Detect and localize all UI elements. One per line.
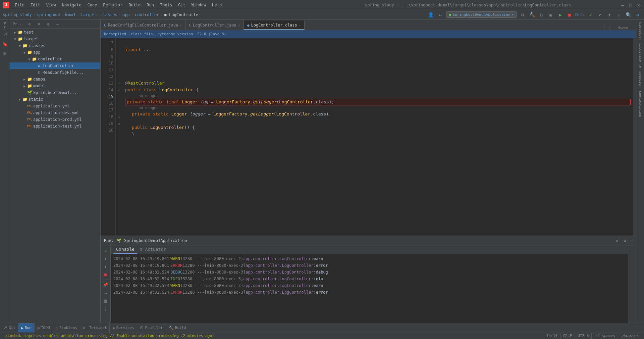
run-scroll-up-button[interactable]: ↑: [102, 255, 109, 262]
git-check1-icon[interactable]: ✓: [587, 11, 594, 18]
tree-item-app[interactable]: ▼ 📁 app: [10, 49, 100, 56]
bookmarks-icon[interactable]: 🔖: [1, 40, 9, 48]
breadcrumb-controller[interactable]: controller: [135, 12, 159, 17]
tab-logcontroller-java[interactable]: C LogController.java ✕: [185, 20, 244, 30]
bottom-tab-profiler[interactable]: ⏱ Profiler: [137, 323, 166, 333]
run-config-selector[interactable]: ● SpringbootDemo1Application ▾: [446, 11, 517, 18]
tab-readconfig[interactable]: C ReadConfigFileController.java ✕: [101, 20, 185, 30]
status-warning[interactable]: ⚠ Lombok requires enabled annotation pro…: [3, 333, 217, 339]
build-button[interactable]: 🔨: [528, 11, 536, 18]
run-panel-close[interactable]: ✕: [616, 238, 618, 243]
maximize-button[interactable]: □: [628, 2, 633, 8]
back-icon[interactable]: ←: [437, 11, 444, 18]
menu-run[interactable]: Run: [144, 2, 157, 8]
bottom-tab-build[interactable]: 🔨 Build: [166, 323, 189, 333]
git-check2-icon[interactable]: ✓: [596, 11, 604, 18]
breadcrumb-target[interactable]: target: [81, 12, 95, 17]
bottom-tab-services[interactable]: ◈ Services: [110, 323, 137, 333]
tree-item-logcontroller[interactable]: ● LogController: [10, 62, 100, 69]
bottom-tab-problems[interactable]: ⚠ Problems: [53, 323, 80, 333]
code-scrollbar[interactable]: [633, 38, 636, 236]
run-scroll-down-button[interactable]: ↓: [102, 263, 109, 270]
maven-panel-label[interactable]: Maven: [609, 26, 636, 30]
run-clear-button[interactable]: 🗑: [102, 297, 109, 305]
bottom-tab-run[interactable]: ▶ Run: [18, 323, 35, 333]
console-tab[interactable]: Console: [113, 245, 137, 254]
menu-navigate[interactable]: Navigate: [59, 2, 84, 8]
menu-edit[interactable]: Edit: [28, 2, 43, 8]
tabs-overflow-button[interactable]: ⋮: [599, 25, 609, 30]
stop-button[interactable]: ■: [566, 11, 573, 18]
commit-icon[interactable]: ⎇: [1, 30, 9, 39]
tree-item-appdevyml[interactable]: YML application-dev.yml: [10, 109, 100, 116]
tree-item-model[interactable]: ▶ 📁 model: [10, 83, 100, 89]
run-wrap-button[interactable]: ↵: [102, 289, 109, 297]
project-icon[interactable]: Pr: [1, 21, 9, 30]
git-pull-icon[interactable]: ↓: [615, 11, 623, 18]
reload-button[interactable]: ↻: [538, 11, 545, 18]
menu-tools[interactable]: Tools: [157, 2, 175, 8]
tree-item-appprodYml[interactable]: YML application-prod.yml: [10, 116, 100, 123]
breadcrumb-app[interactable]: app: [122, 12, 130, 17]
tree-item-classes[interactable]: ▼ 📁 classes: [10, 42, 100, 49]
actuator-tab[interactable]: ⚙ Actuator: [137, 245, 169, 254]
menu-git[interactable]: Git: [175, 2, 188, 8]
user-icon[interactable]: 👤: [427, 11, 435, 18]
close-button[interactable]: ✕: [636, 2, 641, 8]
menu-build[interactable]: Build: [126, 2, 143, 8]
endpoints-panel-button[interactable]: Endpoints: [638, 21, 643, 42]
structure-icon[interactable]: ⊞: [1, 49, 9, 58]
menu-file[interactable]: File: [12, 2, 27, 8]
settings-add-icon[interactable]: ⊕: [634, 11, 641, 18]
tree-item-static[interactable]: ▶ 📁 static: [10, 96, 100, 103]
tree-item-springbootapp[interactable]: 🌱 SpringbootDemo1...: [10, 89, 100, 96]
tab-readconfig-close[interactable]: ✕: [180, 23, 182, 27]
locate-icon[interactable]: ⊙: [26, 20, 33, 28]
bottom-tab-terminal[interactable]: >_ Terminal: [80, 323, 110, 333]
status-indent[interactable]: ⤷ 4 spaces: [592, 333, 618, 339]
tree-item-target[interactable]: ▼ 📁 target: [10, 36, 100, 42]
status-encoding[interactable]: UTF-8: [575, 333, 592, 339]
bottom-tab-git[interactable]: ⎇ Git: [0, 323, 18, 333]
tree-settings-icon[interactable]: ⚙: [45, 20, 52, 28]
menu-help[interactable]: Help: [209, 2, 224, 8]
search-icon[interactable]: 🔍: [625, 11, 632, 18]
run-pin-button[interactable]: 📌: [102, 281, 109, 289]
breadcrumb-module[interactable]: springboot-demo1: [37, 12, 76, 17]
tree-close-icon[interactable]: –: [54, 20, 61, 28]
run-more-button[interactable]: ⋮: [102, 305, 109, 313]
database-panel-button[interactable]: Database: [638, 70, 643, 89]
tab-logcontroller-class[interactable]: ● LogController.class ✕: [244, 20, 305, 30]
tab-logcontroller-java-close[interactable]: ✕: [238, 23, 240, 27]
tree-item-appyml[interactable]: YML application.yml: [10, 103, 100, 109]
run-panel-minimize[interactable]: –: [630, 238, 633, 243]
code-editor[interactable]: 7 8 9 10 11 12 13 14 15 16 17 18 19 20: [101, 38, 636, 236]
breadcrumb-classes[interactable]: classes: [100, 12, 117, 17]
run-stop-button[interactable]: ■: [102, 271, 109, 278]
git-push-icon[interactable]: ↑: [606, 11, 613, 18]
status-line-ending[interactable]: CRLF: [560, 333, 575, 339]
debug-button[interactable]: ◉: [547, 11, 554, 18]
status-branch[interactable]: ⎇ master: [618, 333, 641, 339]
bottom-tab-todo[interactable]: ☑ TODO: [35, 323, 53, 333]
tree-item-test[interactable]: ▶ 📁 test: [10, 29, 100, 36]
code-content[interactable]: import ... @RestController public class …: [122, 38, 633, 236]
collapse-icon[interactable]: ≡: [35, 20, 43, 28]
tree-item-controller[interactable]: ▼ 📁 controller: [10, 56, 100, 62]
menu-window[interactable]: Window: [189, 2, 209, 8]
breadcrumb-project[interactable]: spring_study: [3, 12, 32, 17]
minimize-button[interactable]: –: [620, 2, 625, 8]
run-button[interactable]: ⚙: [519, 11, 526, 18]
play-green-button[interactable]: ▶: [556, 11, 564, 18]
status-position[interactable]: 14:14: [544, 333, 560, 339]
menu-view[interactable]: View: [44, 2, 59, 8]
menu-code[interactable]: Code: [85, 2, 100, 8]
tree-item-demos[interactable]: ▶ 📁 demos: [10, 76, 100, 83]
notifications-panel-button[interactable]: Notifications: [638, 90, 643, 118]
run-panel-settings[interactable]: ⚙: [624, 238, 626, 243]
tree-item-apptestyml[interactable]: YML application-test.yml: [10, 123, 100, 130]
ai-assistant-panel-button[interactable]: AI Assistant: [638, 42, 643, 69]
breadcrumb-class[interactable]: ● LogController: [164, 12, 201, 17]
run-restart-button[interactable]: ↺: [102, 247, 109, 254]
menu-refactor[interactable]: Refactor: [100, 2, 125, 8]
